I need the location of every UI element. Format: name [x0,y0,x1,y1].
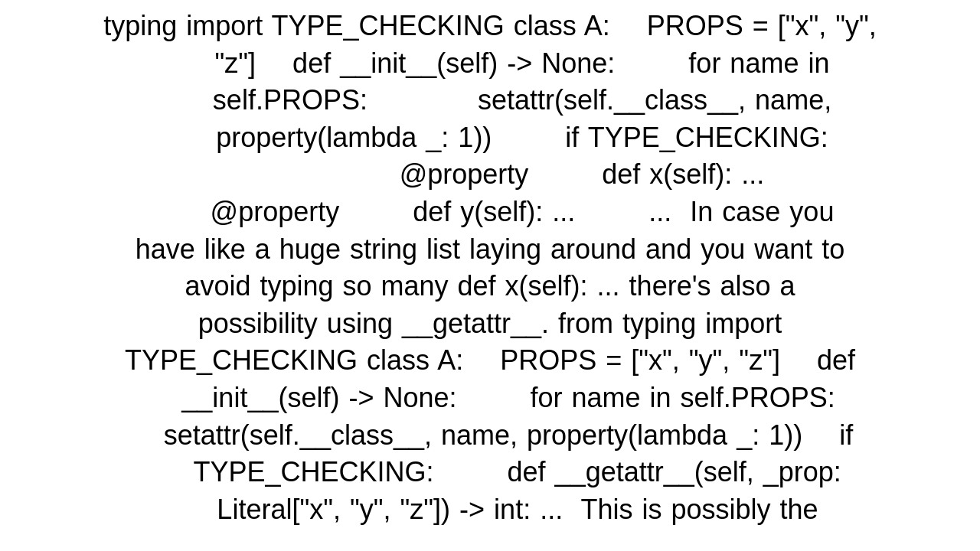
main-content: typing import TYPE_CHECKING class A: PRO… [0,0,980,551]
code-text-block: typing import TYPE_CHECKING class A: PRO… [15,8,965,528]
